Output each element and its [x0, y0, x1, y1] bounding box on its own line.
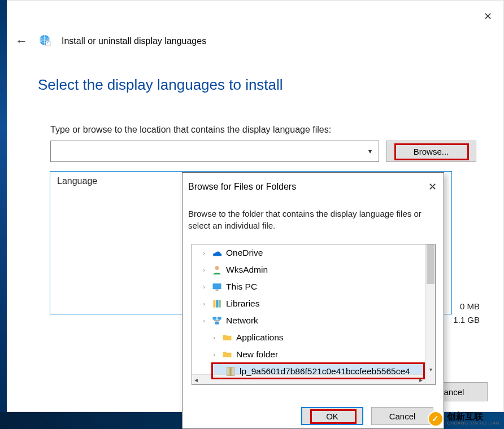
tree-item-label: Libraries: [226, 299, 259, 309]
cancel-button-label: Cancel: [389, 412, 416, 421]
expand-icon[interactable]: ›: [200, 283, 208, 290]
tree-item-label: WksAdmin: [226, 265, 268, 275]
expand-icon[interactable]: ›: [210, 351, 218, 358]
window-header: ← Install or uninstall display languages: [15, 33, 206, 49]
svg-rect-7: [216, 300, 218, 307]
tree-item[interactable]: ›New folder: [192, 346, 435, 363]
tree-item[interactable]: ›Libraries: [192, 295, 435, 312]
tree-item[interactable]: ›Network: [192, 312, 435, 329]
folder-tree[interactable]: ›OneDrive›WksAdmin›This PC›Libraries›Net…: [192, 244, 436, 385]
page-heading: Select the display languages to install: [38, 76, 283, 94]
language-path-input[interactable]: ▾: [50, 141, 379, 162]
scrollbar-thumb[interactable]: [427, 244, 435, 284]
browse-dialog-buttons: OK Cancel: [183, 407, 444, 425]
folder-icon: [221, 349, 233, 360]
onedrive-icon: [211, 247, 223, 259]
watermark-cn: 创新互联: [447, 412, 499, 421]
ok-button-label: OK: [326, 412, 338, 421]
scroll-right-icon[interactable]: ▸: [419, 376, 423, 384]
svg-rect-11: [215, 322, 219, 325]
expand-icon[interactable]: ›: [200, 266, 208, 273]
space-required: 0 MB: [453, 300, 480, 313]
cab-icon: [225, 366, 236, 377]
tree-item-label: OneDrive: [226, 248, 263, 258]
svg-rect-9: [213, 317, 217, 319]
tree-item[interactable]: ›This PC: [192, 278, 435, 295]
expand-icon[interactable]: ›: [200, 300, 208, 307]
svg-rect-13: [229, 367, 231, 376]
watermark-text: 创新互联 CHUANG XIN HU LIAN: [447, 412, 499, 426]
svg-rect-2: [46, 41, 50, 46]
tree-item-label: New folder: [236, 349, 278, 360]
chevron-down-icon[interactable]: ▾: [365, 147, 375, 155]
network-icon: [211, 315, 223, 326]
libraries-icon: [211, 298, 223, 309]
user-icon: [211, 264, 223, 275]
tree-item-label: Network: [226, 316, 258, 326]
browse-dialog-instruction: Browse to the folder that contains the d…: [188, 208, 432, 231]
svg-rect-6: [213, 300, 215, 307]
svg-point-3: [215, 266, 219, 270]
cancel-button[interactable]: Cancel: [371, 407, 433, 425]
tree-item[interactable]: ›OneDrive: [192, 244, 435, 261]
tree-item[interactable]: ›Applications: [192, 329, 435, 346]
expand-icon[interactable]: ›: [210, 334, 218, 341]
scroll-down-icon[interactable]: ▾: [425, 364, 436, 374]
svg-rect-8: [219, 300, 220, 307]
svg-rect-4: [213, 283, 221, 289]
window-title: Install or uninstall display languages: [62, 36, 206, 46]
back-arrow-icon[interactable]: ←: [15, 35, 28, 47]
watermark: ✓ 创新互联 CHUANG XIN HU LIAN: [428, 411, 499, 427]
watermark-icon: ✓: [428, 411, 444, 427]
ok-button[interactable]: OK: [301, 407, 363, 425]
desktop-left-strip: [0, 0, 7, 429]
tree-item-label: lp_9a5601d7b86f521c0e41bccfeeb5565ce4: [240, 366, 410, 377]
browse-button[interactable]: Browse...: [386, 141, 476, 162]
path-field[interactable]: [54, 142, 365, 161]
space-available: 1.1 GB: [453, 313, 480, 327]
folder-icon: [221, 332, 233, 343]
expand-icon[interactable]: ›: [200, 317, 208, 324]
tree-item[interactable]: ›WksAdmin: [192, 261, 435, 278]
disk-space-info: 0 MB 1.1 GB: [453, 300, 480, 327]
close-icon[interactable]: ✕: [428, 181, 437, 193]
path-instruction: Type or browse to the location that cont…: [50, 125, 331, 135]
pc-icon: [211, 281, 223, 292]
scroll-left-icon[interactable]: ◂: [194, 376, 198, 384]
tree-item-label: This PC: [226, 282, 257, 292]
close-icon[interactable]: ✕: [482, 11, 493, 22]
tree-item-label: Applications: [236, 332, 284, 343]
svg-rect-10: [218, 317, 221, 319]
svg-rect-5: [216, 290, 219, 291]
browse-dialog-title: Browse for Files or Folders: [188, 182, 296, 192]
browse-dialog: Browse for Files or Folders ✕ Browse to …: [182, 172, 444, 429]
expand-icon[interactable]: ›: [200, 249, 208, 256]
browse-button-label: Browse...: [414, 147, 449, 156]
vertical-scrollbar[interactable]: ▴ ▾: [425, 244, 435, 384]
watermark-py: CHUANG XIN HU LIAN: [447, 421, 499, 426]
globe-icon: [38, 33, 51, 49]
